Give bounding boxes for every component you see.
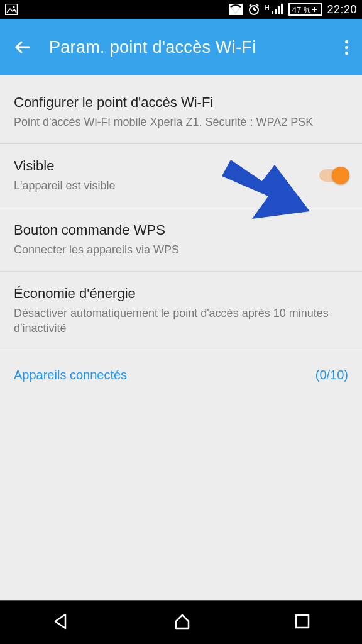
dots-icon <box>345 40 348 43</box>
arrow-left-icon <box>14 38 31 56</box>
visible-toggle[interactable] <box>319 169 348 182</box>
square-recent-icon <box>294 613 310 630</box>
triangle-back-icon <box>52 612 70 631</box>
item-subtitle: Point d'accès Wi-Fi mobile Xperia Z1. Sé… <box>14 114 348 130</box>
wps-button-item[interactable]: Bouton commande WPS Connecter les appare… <box>0 208 362 272</box>
nav-back-button[interactable] <box>52 612 70 633</box>
battery-level: 47 % <box>292 5 311 14</box>
svg-rect-11 <box>281 4 283 14</box>
item-subtitle: Connecter les appareils via WPS <box>14 242 348 257</box>
back-button[interactable] <box>10 35 35 60</box>
visible-item[interactable]: Visible L'appareil est visible <box>0 144 362 208</box>
overflow-menu-button[interactable] <box>341 36 352 58</box>
svg-point-1 <box>13 6 15 8</box>
svg-rect-9 <box>275 9 277 14</box>
power-save-item[interactable]: Économie d'énergie Désactiver automatiqu… <box>0 272 362 351</box>
item-title: Visible <box>14 158 305 174</box>
page-title: Param. point d'accès Wi-Fi <box>49 38 256 57</box>
status-bar: H 47 % 22:20 <box>0 0 362 19</box>
svg-line-7 <box>256 4 258 6</box>
svg-rect-10 <box>278 6 280 14</box>
item-title: Bouton commande WPS <box>14 222 348 238</box>
configure-hotspot-item[interactable]: Configurer le point d'accès Wi-Fi Point … <box>0 80 362 144</box>
alarm-icon <box>248 3 260 16</box>
item-title: Configurer le point d'accès Wi-Fi <box>14 94 348 111</box>
svg-line-6 <box>250 4 251 6</box>
network-type: H <box>265 4 270 11</box>
toggle-knob-icon <box>332 167 349 184</box>
settings-list: Configurer le point d'accès Wi-Fi Point … <box>0 80 362 400</box>
item-subtitle: L'appareil est visible <box>14 178 305 193</box>
home-icon <box>173 612 192 631</box>
wifi-icon <box>229 4 243 15</box>
svg-rect-8 <box>272 11 273 14</box>
svg-marker-21 <box>55 614 65 628</box>
battery-indicator: 47 % <box>288 3 322 16</box>
picture-icon <box>5 4 18 15</box>
item-subtitle: Désactiver automatiquement le point d'ac… <box>14 306 348 336</box>
nav-home-button[interactable] <box>173 612 192 633</box>
connected-label: Appareils connectés <box>14 368 127 382</box>
item-title: Économie d'énergie <box>14 286 348 302</box>
clock: 22:20 <box>327 3 357 16</box>
navigation-bar <box>0 600 362 644</box>
connected-devices-item[interactable]: Appareils connectés (0/10) <box>0 350 362 400</box>
plus-icon <box>312 6 318 13</box>
app-bar: Param. point d'accès Wi-Fi <box>0 19 362 75</box>
svg-rect-22 <box>296 615 309 628</box>
nav-recent-button[interactable] <box>294 613 310 632</box>
connected-count: (0/10) <box>315 368 348 382</box>
cell-signal-icon <box>271 4 283 15</box>
